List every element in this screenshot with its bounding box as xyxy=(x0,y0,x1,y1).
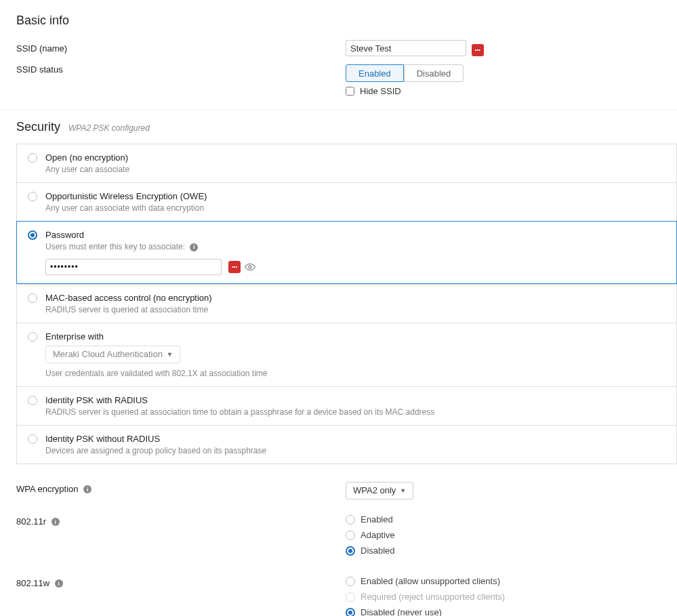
password-manager-badge-icon[interactable] xyxy=(472,44,484,56)
hide-ssid-checkbox[interactable] xyxy=(346,87,354,96)
option-desc: RADIUS server is queried at association … xyxy=(45,305,212,314)
radio-icon xyxy=(346,531,355,540)
basic-info-heading: Basic info xyxy=(16,14,677,28)
security-option-ipsk-radius[interactable]: Identity PSK with RADIUS RADIUS server i… xyxy=(16,386,677,425)
radio-icon xyxy=(346,608,355,617)
ssid-status-toggle: Enabled Disabled xyxy=(346,64,464,82)
info-icon[interactable] xyxy=(190,243,198,251)
ssid-status-disabled-button[interactable]: Disabled xyxy=(404,64,464,82)
option-title: Open (no encryption) xyxy=(45,152,129,163)
dot11w-label: 802.11w xyxy=(16,576,346,589)
security-option-password[interactable]: Password Users must enter this key to as… xyxy=(16,221,677,284)
dot11r-adaptive-option[interactable]: Adaptive xyxy=(346,530,677,540)
info-icon[interactable] xyxy=(52,518,60,526)
radio-icon xyxy=(346,592,355,602)
ssid-name-label: SSID (name) xyxy=(16,43,346,54)
password-manager-badge-icon[interactable] xyxy=(228,261,241,273)
dot11r-enabled-option[interactable]: Enabled xyxy=(346,514,677,525)
radio-icon xyxy=(346,577,355,586)
option-desc: Devices are assigned a group policy base… xyxy=(45,446,266,455)
radio-icon xyxy=(28,192,37,201)
dot11w-enabled-option[interactable]: Enabled (allow unsupported clients) xyxy=(346,576,677,586)
security-option-owe[interactable]: Opportunistic Wireless Encryption (OWE) … xyxy=(16,182,677,221)
radio-icon xyxy=(28,434,37,444)
radio-icon xyxy=(28,230,37,240)
security-section: Security WPA2 PSK configured Open (no en… xyxy=(16,120,677,616)
option-title: MAC-based access control (no encryption) xyxy=(45,293,212,303)
option-title: Enterprise with xyxy=(45,331,268,342)
info-icon[interactable] xyxy=(55,579,63,588)
option-title: Identity PSK with RADIUS xyxy=(45,395,434,405)
security-option-open[interactable]: Open (no encryption) Any user can associ… xyxy=(16,144,677,182)
radio-icon xyxy=(28,332,37,342)
radio-icon xyxy=(346,546,355,556)
enterprise-auth-select[interactable]: Meraki Cloud Authentication ▼ xyxy=(45,346,180,363)
ssid-status-enabled-button[interactable]: Enabled xyxy=(346,64,404,82)
wpa-encryption-label: WPA encryption xyxy=(16,482,346,495)
option-desc: RADIUS server is queried at association … xyxy=(45,407,434,417)
dot11r-label: 802.11r xyxy=(16,514,346,527)
security-option-ipsk-noradius[interactable]: Identity PSK without RADIUS Devices are … xyxy=(16,425,677,464)
option-title: Opportunistic Wireless Encryption (OWE) xyxy=(45,191,207,201)
option-desc: Any user can associate xyxy=(45,165,129,174)
dot11r-disabled-option[interactable]: Disabled xyxy=(346,546,677,556)
info-icon[interactable] xyxy=(83,485,91,493)
section-divider xyxy=(0,110,677,110)
security-heading: Security xyxy=(16,120,60,134)
radio-icon xyxy=(28,153,37,163)
option-desc: Users must enter this key to associate: xyxy=(45,242,665,252)
chevron-down-icon: ▼ xyxy=(167,351,173,358)
dot11w-disabled-option[interactable]: Disabled (never use) xyxy=(346,607,677,617)
radio-icon xyxy=(28,293,37,303)
svg-point-0 xyxy=(249,266,251,268)
wpa-encryption-select[interactable]: WPA2 only ▼ xyxy=(346,482,413,499)
option-desc: Any user can associate with data encrypt… xyxy=(45,203,207,213)
ssid-name-input[interactable] xyxy=(346,40,466,56)
radio-icon xyxy=(346,515,355,525)
option-title: Password xyxy=(45,230,665,240)
hide-ssid-label: Hide SSID xyxy=(360,86,401,96)
security-option-mac[interactable]: MAC-based access control (no encryption)… xyxy=(16,284,677,323)
basic-info-section: Basic info SSID (name) SSID status Enabl… xyxy=(16,14,677,96)
radio-icon xyxy=(28,396,37,405)
psk-password-input[interactable] xyxy=(45,259,222,275)
dot11w-required-option[interactable]: Required (reject unsupported clients) xyxy=(346,592,677,602)
chevron-down-icon: ▼ xyxy=(400,487,406,494)
ssid-status-label: SSID status xyxy=(16,64,346,75)
security-option-enterprise[interactable]: Enterprise with Meraki Cloud Authenticat… xyxy=(16,323,677,386)
option-title: Identity PSK without RADIUS xyxy=(45,434,266,444)
option-desc: User credentials are validated with 802.… xyxy=(45,369,268,378)
show-password-icon[interactable] xyxy=(245,262,255,272)
security-subtitle: WPA2 PSK configured xyxy=(68,123,150,133)
